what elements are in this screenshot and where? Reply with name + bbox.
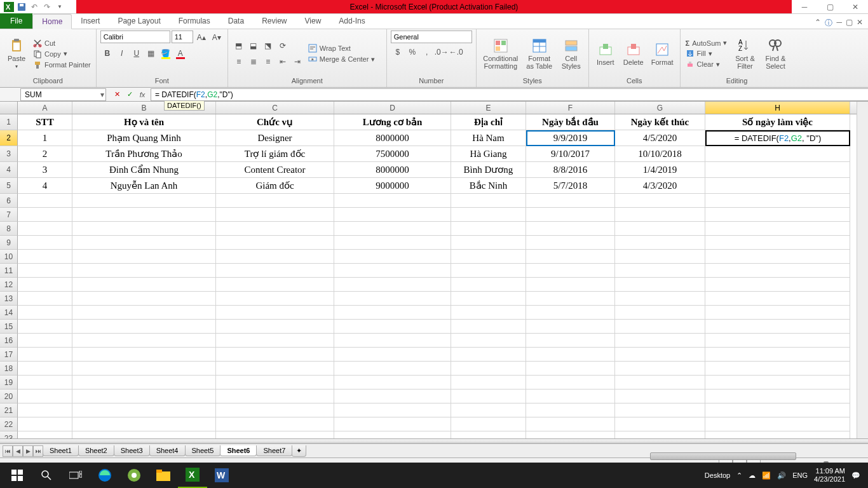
cell-B6[interactable]	[72, 194, 216, 208]
sort-filter-button[interactable]: AZSort & Filter	[731, 37, 759, 71]
cell-C20[interactable]	[216, 390, 334, 403]
file-tab[interactable]: File	[0, 13, 32, 29]
align-bottom-icon[interactable]: ⬔	[261, 39, 275, 53]
col-header-H[interactable]: H	[705, 102, 850, 114]
tray-up-icon[interactable]: ⌃	[736, 471, 742, 480]
sheet-tab-sheet4[interactable]: Sheet4	[149, 445, 186, 456]
cell-F23[interactable]	[526, 431, 615, 438]
cell-F2[interactable]: 9/9/2019	[526, 130, 615, 146]
cell-D8[interactable]	[334, 222, 451, 236]
cell-H13[interactable]	[705, 292, 850, 306]
cell-C21[interactable]	[216, 403, 334, 417]
cell-C3[interactable]: Trợ lí giám đốc	[216, 146, 334, 162]
cell-A4[interactable]: 3	[18, 162, 72, 178]
cell-F13[interactable]	[526, 292, 615, 306]
cell-G18[interactable]	[615, 362, 705, 376]
cell-B8[interactable]	[72, 222, 216, 236]
cell-A19[interactable]	[18, 376, 72, 390]
cell-F1[interactable]: Ngày bắt đầu	[526, 114, 615, 130]
row-header-4[interactable]: 4	[0, 162, 18, 178]
window-min-icon[interactable]: ─	[836, 18, 842, 29]
cell-A6[interactable]	[18, 194, 72, 208]
number-format-select[interactable]	[391, 30, 472, 43]
window-close-icon[interactable]: ✕	[857, 18, 863, 29]
cell-D19[interactable]	[334, 376, 451, 390]
tray-cloud-icon[interactable]: ☁	[749, 471, 756, 480]
cell-D13[interactable]	[334, 292, 451, 306]
col-header-C[interactable]: C	[216, 102, 334, 114]
font-name-select[interactable]	[100, 30, 170, 43]
cut-button[interactable]: Cut	[32, 38, 92, 48]
cell-A17[interactable]	[18, 348, 72, 362]
view-tab[interactable]: View	[296, 13, 330, 29]
cell-F3[interactable]: 9/10/2017	[526, 146, 615, 162]
tray-volume-icon[interactable]: 🔊	[777, 471, 786, 480]
cell-D9[interactable]	[334, 236, 451, 250]
row-header-3[interactable]: 3	[0, 146, 18, 162]
cell-C12[interactable]	[216, 278, 334, 292]
currency-icon[interactable]: $	[391, 45, 405, 59]
align-top-icon[interactable]: ⬒	[232, 39, 246, 53]
cell-E19[interactable]	[451, 376, 526, 390]
border-button[interactable]: ▦	[144, 46, 158, 60]
row-header-22[interactable]: 22	[0, 417, 18, 431]
cell-E8[interactable]	[451, 222, 526, 236]
sheet-tab-sheet6[interactable]: Sheet6	[220, 445, 257, 456]
increase-indent-icon[interactable]: ⇥	[290, 55, 304, 69]
cell-B5[interactable]: Nguyễn Lan Anh	[72, 178, 216, 194]
tray-clock[interactable]: 11:09 AM 4/23/2021	[814, 467, 845, 484]
col-header-D[interactable]: D	[334, 102, 451, 114]
cell-H16[interactable]	[705, 334, 850, 348]
cell-F19[interactable]	[526, 376, 615, 390]
cell-F9[interactable]	[526, 236, 615, 250]
cell-G3[interactable]: 10/10/2018	[615, 146, 705, 162]
cell-H21[interactable]	[705, 403, 850, 417]
cell-G9[interactable]	[615, 236, 705, 250]
cell-G20[interactable]	[615, 390, 705, 403]
name-box-dropdown-icon[interactable]: ▾	[100, 90, 104, 99]
bold-button[interactable]: B	[100, 46, 114, 60]
sheet-tab-sheet7[interactable]: Sheet7	[256, 445, 292, 456]
conditional-formatting-button[interactable]: Conditional Formatting	[480, 37, 521, 71]
decrease-decimal-icon[interactable]: ←.0	[449, 45, 463, 59]
cell-E11[interactable]	[451, 264, 526, 278]
cell-C15[interactable]	[216, 320, 334, 334]
cell-F14[interactable]	[526, 306, 615, 320]
cell-B18[interactable]	[72, 362, 216, 376]
row-header-17[interactable]: 17	[0, 348, 18, 362]
formulas-tab[interactable]: Formulas	[170, 13, 219, 29]
cell-H7[interactable]	[705, 208, 850, 222]
cell-A18[interactable]	[18, 362, 72, 376]
cell-C22[interactable]	[216, 417, 334, 431]
cell-A2[interactable]: 1	[18, 130, 72, 146]
cell-F15[interactable]	[526, 320, 615, 334]
cell-B19[interactable]	[72, 376, 216, 390]
formula-input[interactable]: = DATEDIF( F2, G2, "D") DATEDIF()	[151, 88, 868, 101]
cell-C19[interactable]	[216, 376, 334, 390]
fill-color-button[interactable]: 🪣	[159, 46, 173, 60]
cell-B13[interactable]	[72, 292, 216, 306]
cell-B14[interactable]	[72, 306, 216, 320]
cell-B15[interactable]	[72, 320, 216, 334]
font-size-select[interactable]	[172, 30, 193, 43]
cell-D22[interactable]	[334, 417, 451, 431]
vertical-scrollbar[interactable]	[857, 102, 868, 438]
cell-A3[interactable]: 2	[18, 146, 72, 162]
comma-icon[interactable]: ,	[420, 45, 434, 59]
cell-F21[interactable]	[526, 403, 615, 417]
cell-A16[interactable]	[18, 334, 72, 348]
cell-D14[interactable]	[334, 306, 451, 320]
delete-cells-button[interactable]: Delete	[621, 41, 646, 67]
col-header-F[interactable]: F	[526, 102, 615, 114]
cell-A10[interactable]	[18, 250, 72, 264]
cell-E4[interactable]: Bình Dương	[451, 162, 526, 178]
row-header-16[interactable]: 16	[0, 334, 18, 348]
insert-function-icon[interactable]: fx	[137, 89, 148, 100]
cell-B9[interactable]	[72, 236, 216, 250]
autosum-button[interactable]: Σ AutoSum ▾	[684, 38, 729, 48]
cell-G1[interactable]: Ngày kết thúc	[615, 114, 705, 130]
cell-E2[interactable]: Hà Nam	[451, 130, 526, 146]
word-taskbar-icon[interactable]: W	[207, 463, 236, 488]
cell-E21[interactable]	[451, 403, 526, 417]
cell-A5[interactable]: 4	[18, 178, 72, 194]
